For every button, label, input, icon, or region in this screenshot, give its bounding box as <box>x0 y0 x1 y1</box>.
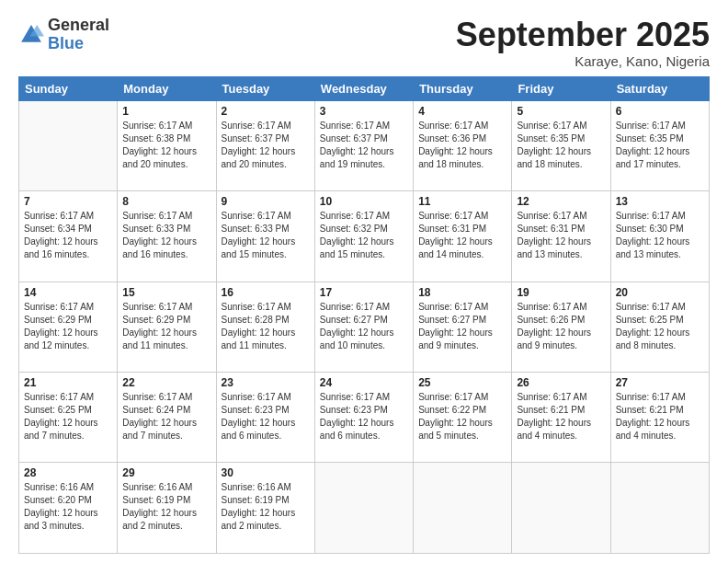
day-number: 21 <box>24 376 112 389</box>
day-number: 30 <box>222 466 310 479</box>
day-number: 3 <box>320 105 408 118</box>
day-cell: 6Sunrise: 6:17 AM Sunset: 6:35 PM Daylig… <box>610 100 709 190</box>
day-info: Sunrise: 6:17 AM Sunset: 6:25 PM Dayligh… <box>24 391 112 442</box>
day-number: 13 <box>616 195 704 208</box>
day-number: 25 <box>418 376 506 389</box>
week-row-0: 1Sunrise: 6:17 AM Sunset: 6:38 PM Daylig… <box>19 100 710 190</box>
day-number: 10 <box>320 195 408 208</box>
day-cell: 13Sunrise: 6:17 AM Sunset: 6:30 PM Dayli… <box>610 191 709 282</box>
subtitle: Karaye, Kano, Nigeria <box>456 53 710 69</box>
day-number: 15 <box>122 286 210 299</box>
col-thursday: Thursday <box>414 76 512 100</box>
day-cell: 27Sunrise: 6:17 AM Sunset: 6:21 PM Dayli… <box>610 373 709 463</box>
day-info: Sunrise: 6:17 AM Sunset: 6:33 PM Dayligh… <box>122 210 210 261</box>
col-saturday: Saturday <box>610 76 709 100</box>
day-number: 23 <box>222 376 310 389</box>
day-number: 27 <box>616 376 704 389</box>
day-number: 8 <box>122 195 210 208</box>
day-number: 9 <box>222 195 310 208</box>
day-cell <box>19 100 118 190</box>
day-info: Sunrise: 6:17 AM Sunset: 6:37 PM Dayligh… <box>320 120 408 171</box>
day-cell: 4Sunrise: 6:17 AM Sunset: 6:36 PM Daylig… <box>414 100 512 190</box>
day-info: Sunrise: 6:17 AM Sunset: 6:35 PM Dayligh… <box>616 120 704 171</box>
day-number: 4 <box>418 105 506 118</box>
day-number: 20 <box>616 286 704 299</box>
week-row-2: 14Sunrise: 6:17 AM Sunset: 6:29 PM Dayli… <box>19 282 710 372</box>
day-cell: 20Sunrise: 6:17 AM Sunset: 6:25 PM Dayli… <box>610 282 709 372</box>
day-cell: 25Sunrise: 6:17 AM Sunset: 6:22 PM Dayli… <box>414 373 512 463</box>
day-number: 26 <box>517 376 605 389</box>
day-number: 14 <box>24 286 112 299</box>
week-row-3: 21Sunrise: 6:17 AM Sunset: 6:25 PM Dayli… <box>19 373 710 463</box>
day-info: Sunrise: 6:17 AM Sunset: 6:34 PM Dayligh… <box>24 210 112 261</box>
col-sunday: Sunday <box>19 76 118 100</box>
day-number: 7 <box>24 195 112 208</box>
day-cell: 11Sunrise: 6:17 AM Sunset: 6:31 PM Dayli… <box>414 191 512 282</box>
col-tuesday: Tuesday <box>216 76 314 100</box>
day-number: 5 <box>517 105 605 118</box>
day-info: Sunrise: 6:17 AM Sunset: 6:25 PM Dayligh… <box>616 301 704 352</box>
day-info: Sunrise: 6:16 AM Sunset: 6:19 PM Dayligh… <box>122 481 210 533</box>
day-number: 18 <box>418 286 506 299</box>
day-info: Sunrise: 6:17 AM Sunset: 6:29 PM Dayligh… <box>24 301 112 352</box>
day-number: 16 <box>222 286 310 299</box>
day-cell: 14Sunrise: 6:17 AM Sunset: 6:29 PM Dayli… <box>19 282 118 372</box>
day-number: 6 <box>616 105 704 118</box>
day-cell <box>512 463 610 554</box>
day-cell: 1Sunrise: 6:17 AM Sunset: 6:38 PM Daylig… <box>118 100 216 190</box>
day-cell: 15Sunrise: 6:17 AM Sunset: 6:29 PM Dayli… <box>118 282 216 372</box>
day-cell: 24Sunrise: 6:17 AM Sunset: 6:23 PM Dayli… <box>314 373 413 463</box>
day-info: Sunrise: 6:17 AM Sunset: 6:27 PM Dayligh… <box>418 301 506 352</box>
day-cell <box>414 463 512 554</box>
day-cell: 19Sunrise: 6:17 AM Sunset: 6:26 PM Dayli… <box>512 282 610 372</box>
day-number: 29 <box>122 466 210 479</box>
day-number: 12 <box>517 195 605 208</box>
day-info: Sunrise: 6:17 AM Sunset: 6:32 PM Dayligh… <box>320 210 408 261</box>
logo-blue-text: Blue <box>48 34 84 52</box>
col-friday: Friday <box>512 76 610 100</box>
day-cell: 17Sunrise: 6:17 AM Sunset: 6:27 PM Dayli… <box>314 282 413 372</box>
day-cell: 12Sunrise: 6:17 AM Sunset: 6:31 PM Dayli… <box>512 191 610 282</box>
col-wednesday: Wednesday <box>314 76 413 100</box>
day-cell: 18Sunrise: 6:17 AM Sunset: 6:27 PM Dayli… <box>414 282 512 372</box>
week-row-1: 7Sunrise: 6:17 AM Sunset: 6:34 PM Daylig… <box>19 191 710 282</box>
day-info: Sunrise: 6:17 AM Sunset: 6:24 PM Dayligh… <box>122 391 210 442</box>
day-number: 17 <box>320 286 408 299</box>
day-info: Sunrise: 6:17 AM Sunset: 6:31 PM Dayligh… <box>517 210 605 261</box>
col-monday: Monday <box>118 76 216 100</box>
day-cell: 8Sunrise: 6:17 AM Sunset: 6:33 PM Daylig… <box>118 191 216 282</box>
day-number: 28 <box>24 466 112 479</box>
day-info: Sunrise: 6:17 AM Sunset: 6:21 PM Dayligh… <box>616 391 704 442</box>
day-number: 22 <box>122 376 210 389</box>
day-number: 2 <box>222 105 310 118</box>
day-info: Sunrise: 6:16 AM Sunset: 6:19 PM Dayligh… <box>222 481 310 533</box>
day-info: Sunrise: 6:17 AM Sunset: 6:33 PM Dayligh… <box>222 210 310 261</box>
day-cell <box>610 463 709 554</box>
day-info: Sunrise: 6:17 AM Sunset: 6:35 PM Dayligh… <box>517 120 605 171</box>
day-cell: 2Sunrise: 6:17 AM Sunset: 6:37 PM Daylig… <box>216 100 314 190</box>
day-info: Sunrise: 6:17 AM Sunset: 6:36 PM Dayligh… <box>418 120 506 171</box>
day-cell: 30Sunrise: 6:16 AM Sunset: 6:19 PM Dayli… <box>216 463 314 554</box>
day-cell: 10Sunrise: 6:17 AM Sunset: 6:32 PM Dayli… <box>314 191 413 282</box>
day-number: 1 <box>122 105 210 118</box>
day-info: Sunrise: 6:16 AM Sunset: 6:20 PM Dayligh… <box>24 481 112 533</box>
page: General Blue September 2025 Karaye, Kano… <box>0 0 728 563</box>
day-cell: 7Sunrise: 6:17 AM Sunset: 6:34 PM Daylig… <box>19 191 118 282</box>
header-row: Sunday Monday Tuesday Wednesday Thursday… <box>19 76 710 100</box>
day-info: Sunrise: 6:17 AM Sunset: 6:23 PM Dayligh… <box>222 391 310 442</box>
month-title: September 2025 <box>456 17 710 53</box>
week-row-4: 28Sunrise: 6:16 AM Sunset: 6:20 PM Dayli… <box>19 463 710 554</box>
day-cell: 22Sunrise: 6:17 AM Sunset: 6:24 PM Dayli… <box>118 373 216 463</box>
day-info: Sunrise: 6:17 AM Sunset: 6:23 PM Dayligh… <box>320 391 408 442</box>
day-cell: 9Sunrise: 6:17 AM Sunset: 6:33 PM Daylig… <box>216 191 314 282</box>
day-number: 11 <box>418 195 506 208</box>
day-info: Sunrise: 6:17 AM Sunset: 6:21 PM Dayligh… <box>517 391 605 442</box>
logo: General Blue <box>18 17 109 53</box>
day-cell: 16Sunrise: 6:17 AM Sunset: 6:28 PM Dayli… <box>216 282 314 372</box>
day-number: 19 <box>517 286 605 299</box>
title-block: September 2025 Karaye, Kano, Nigeria <box>456 17 710 69</box>
logo-general-text: General <box>48 16 109 34</box>
day-cell: 5Sunrise: 6:17 AM Sunset: 6:35 PM Daylig… <box>512 100 610 190</box>
day-info: Sunrise: 6:17 AM Sunset: 6:37 PM Dayligh… <box>222 120 310 171</box>
day-info: Sunrise: 6:17 AM Sunset: 6:22 PM Dayligh… <box>418 391 506 442</box>
